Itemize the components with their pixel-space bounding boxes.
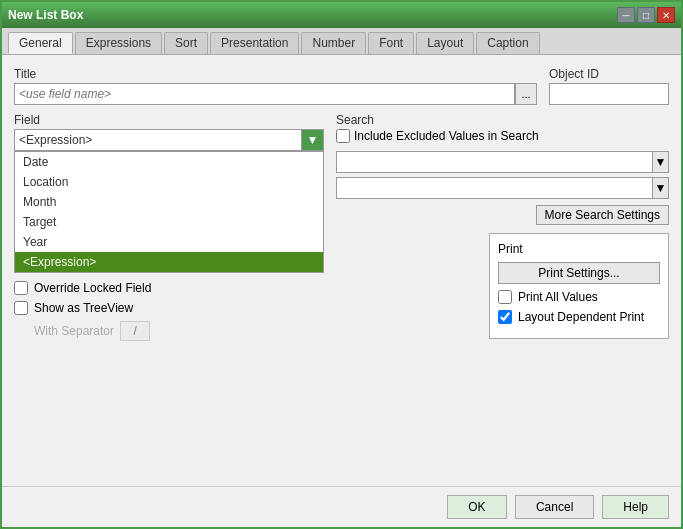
treesep-row: With Separator: [14, 321, 489, 341]
override-locked-row: Override Locked Field: [14, 281, 489, 295]
tab-sort[interactable]: Sort: [164, 32, 208, 54]
override-locked-label: Override Locked Field: [34, 281, 151, 295]
show-treeview-row: Show as TreeView: [14, 301, 489, 315]
field-wrap: <Expression> ▼ Date Location Month Targe…: [14, 129, 324, 151]
search-label: Search: [336, 113, 669, 127]
print-all-label: Print All Values: [518, 290, 598, 304]
field-value-display[interactable]: <Expression>: [14, 129, 302, 151]
title-input[interactable]: [14, 83, 515, 105]
with-separator-label: With Separator: [34, 324, 114, 338]
content-area: Title ... Object ID Field <Expression>: [2, 55, 681, 486]
window: New List Box ─ □ ✕ General Expressions S…: [0, 0, 683, 529]
tab-general[interactable]: General: [8, 32, 73, 54]
title-bar: New List Box ─ □ ✕: [2, 2, 681, 28]
print-settings-button[interactable]: Print Settings...: [498, 262, 660, 284]
left-col: Field <Expression> ▼ Date Location Month…: [14, 113, 324, 203]
tab-caption[interactable]: Caption: [476, 32, 539, 54]
print-all-checkbox[interactable]: [498, 290, 512, 304]
dropdown-list: Date Location Month Target Year <Express…: [14, 151, 324, 273]
dropdown-item-expression[interactable]: <Expression>: [15, 252, 323, 272]
include-excluded-checkbox[interactable]: [336, 129, 350, 143]
objectid-label: Object ID: [549, 67, 669, 81]
chevron-down-icon2: ▼: [655, 155, 667, 169]
title-objectid-row: Title ... Object ID: [14, 67, 669, 105]
dropdown-item-location[interactable]: Location: [15, 172, 323, 192]
maximize-button[interactable]: □: [637, 7, 655, 23]
field-search-combined: Field <Expression> ▼ Date Location Month…: [14, 113, 669, 203]
field-dropdown-arrow[interactable]: ▼: [302, 129, 324, 151]
tab-layout[interactable]: Layout: [416, 32, 474, 54]
title-label: Title: [14, 67, 537, 81]
more-search-settings-button[interactable]: More Search Settings: [536, 205, 669, 225]
field-label: Field: [14, 113, 324, 127]
dropdown-item-target[interactable]: Target: [15, 212, 323, 232]
print-all-row: Print All Values: [498, 290, 660, 304]
override-locked-checkbox[interactable]: [14, 281, 28, 295]
layout-dependent-label: Layout Dependent Print: [518, 310, 644, 324]
tab-number[interactable]: Number: [301, 32, 366, 54]
field-select-wrap: <Expression> ▼: [14, 129, 324, 151]
chevron-down-icon: ▼: [307, 133, 319, 147]
ok-button[interactable]: OK: [447, 495, 507, 519]
include-excluded-label: Include Excluded Values in Search: [354, 129, 539, 143]
help-button[interactable]: Help: [602, 495, 669, 519]
dropdown-item-year[interactable]: Year: [15, 232, 323, 252]
print-title: Print: [498, 242, 660, 256]
tabs-bar: General Expressions Sort Presentation Nu…: [2, 28, 681, 55]
layout-dependent-row: Layout Dependent Print: [498, 310, 660, 324]
chevron-down-icon3: ▼: [655, 181, 667, 195]
right-col: Search Include Excluded Values in Search…: [336, 113, 669, 203]
show-treeview-checkbox[interactable]: [14, 301, 28, 315]
title-input-wrap: ...: [14, 83, 537, 105]
dropdown-item-date[interactable]: Date: [15, 152, 323, 172]
footer: OK Cancel Help: [2, 486, 681, 527]
minimize-button[interactable]: ─: [617, 7, 635, 23]
cancel-button[interactable]: Cancel: [515, 495, 594, 519]
layout-dependent-checkbox[interactable]: [498, 310, 512, 324]
title-bar-controls: ─ □ ✕: [617, 7, 675, 23]
window-title: New List Box: [8, 8, 83, 22]
title-group: Title ...: [14, 67, 537, 105]
objectid-input[interactable]: [549, 83, 669, 105]
title-dots-button[interactable]: ...: [515, 83, 537, 105]
tab-presentation[interactable]: Presentation: [210, 32, 299, 54]
search-combo-arrow2[interactable]: ▼: [653, 177, 669, 199]
objectid-group: Object ID: [549, 67, 669, 105]
close-button[interactable]: ✕: [657, 7, 675, 23]
search-combo-arrow1[interactable]: ▼: [653, 151, 669, 173]
right-print: Print Print Settings... Print All Values…: [489, 233, 669, 345]
show-treeview-label: Show as TreeView: [34, 301, 133, 315]
separator-input[interactable]: [120, 321, 150, 341]
tab-expressions[interactable]: Expressions: [75, 32, 162, 54]
print-box: Print Print Settings... Print All Values…: [489, 233, 669, 339]
tab-font[interactable]: Font: [368, 32, 414, 54]
dropdown-item-month[interactable]: Month: [15, 192, 323, 212]
